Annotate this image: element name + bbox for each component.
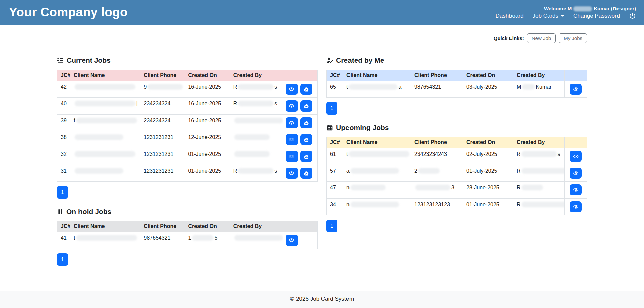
cell-text: 3 — [451, 185, 454, 190]
right-column: Created by Me JC# Client Name Client Pho… — [326, 43, 587, 232]
view-button[interactable] — [286, 151, 298, 162]
redacted-text — [351, 168, 399, 174]
view-button[interactable] — [570, 151, 582, 162]
cell-created_on: 01-July-2025 — [463, 165, 513, 182]
cell-text: s — [274, 84, 277, 90]
view-button[interactable] — [570, 84, 582, 95]
nav-change-password[interactable]: Change Password — [573, 13, 620, 19]
cell-client_name: a — [343, 165, 411, 182]
eye-icon — [573, 170, 579, 176]
eye-icon — [289, 86, 294, 92]
drive-button[interactable] — [300, 151, 312, 162]
cell-jc: 41 — [57, 232, 70, 249]
cell-created_on: 01-June-2025 — [184, 165, 230, 182]
view-button[interactable] — [286, 134, 298, 145]
cell-text: 28-June-2025 — [466, 185, 499, 190]
redacted-text — [75, 101, 135, 106]
col-actions — [283, 221, 317, 232]
cell-jc: 31 — [57, 165, 70, 182]
welcome-suffix: Kumar (Designer) — [594, 6, 636, 11]
view-button[interactable] — [286, 117, 298, 128]
cell-text: 40 — [61, 101, 67, 106]
cell-actions — [283, 81, 317, 98]
cell-client_name — [70, 81, 140, 98]
view-button[interactable] — [570, 201, 582, 212]
current-jobs-pagination-1[interactable]: 1 — [57, 186, 68, 199]
drive-button[interactable] — [300, 100, 312, 112]
navbar: Your Company logo Welcome MKumar (Design… — [0, 0, 644, 25]
current-jobs-table: JC# Client Name Client Phone Created On … — [57, 70, 318, 182]
created-by-me-pagination-1[interactable]: 1 — [326, 102, 337, 115]
view-button[interactable] — [286, 84, 298, 95]
drive-button[interactable] — [300, 134, 312, 145]
table-row: 61t2342323424302-July-2025Rs — [327, 148, 587, 165]
redacted-text — [76, 235, 137, 241]
table-row: 34n12312312312301-June-2025R — [327, 199, 587, 215]
view-button[interactable] — [286, 235, 298, 246]
col-created-on: Created On — [184, 221, 230, 232]
drive-icon — [304, 171, 309, 176]
cell-jc: 65 — [327, 81, 343, 98]
cell-text: 34 — [330, 202, 336, 207]
cell-text: 38 — [61, 134, 67, 140]
cell-created_by — [230, 131, 283, 148]
cell-text: 41 — [61, 235, 67, 241]
nav-job-cards-dropdown[interactable]: Job Cards — [533, 13, 564, 19]
cell-client_name — [70, 165, 140, 182]
cell-actions — [283, 148, 317, 165]
cell-text: 31 — [61, 168, 67, 174]
cell-text: 1231231231 — [144, 151, 173, 157]
cell-client_phone: 1231231231 — [140, 148, 184, 165]
view-button[interactable] — [286, 100, 298, 112]
redacted-text — [238, 84, 273, 90]
cell-actions — [283, 98, 317, 115]
logout-power-icon[interactable] — [629, 12, 636, 19]
cell-jc: 42 — [57, 81, 70, 98]
onhold-jobs-pagination-1[interactable]: 1 — [57, 253, 68, 266]
nav-dashboard[interactable]: Dashboard — [495, 13, 523, 19]
redacted-text — [415, 185, 450, 190]
new-job-button[interactable]: New Job — [527, 33, 556, 43]
section-title: Current Jobs — [67, 56, 111, 64]
view-button[interactable] — [570, 184, 582, 195]
cell-text: 5 — [214, 235, 217, 241]
col-client-name: Client Name — [70, 70, 140, 81]
drive-icon — [304, 120, 309, 126]
drive-button[interactable] — [300, 168, 312, 179]
redacted-text — [148, 84, 183, 90]
upcoming-jobs-pagination-1[interactable]: 1 — [326, 220, 337, 232]
drive-button[interactable] — [300, 84, 312, 95]
view-button[interactable] — [570, 168, 582, 179]
cell-text: 234234324 — [144, 118, 170, 123]
cell-created_on: 28-June-2025 — [463, 182, 513, 199]
eye-icon — [573, 153, 579, 159]
cell-client_name: n — [343, 182, 411, 199]
welcome-text: Welcome MKumar (Designer) — [544, 6, 636, 11]
cell-client_name: ta — [343, 81, 411, 98]
eye-icon — [289, 237, 294, 243]
eye-icon — [289, 170, 294, 176]
navbar-right: Welcome MKumar (Designer) Dashboard Job … — [495, 5, 636, 19]
cell-client_name: t — [70, 232, 140, 249]
drive-icon — [304, 137, 309, 142]
drive-button[interactable] — [300, 117, 312, 128]
chevron-down-icon — [561, 15, 564, 17]
redacted-text — [522, 84, 535, 90]
cell-text: t — [74, 235, 75, 241]
cell-actions — [283, 115, 317, 131]
my-jobs-button[interactable]: My Jobs — [559, 33, 587, 43]
eye-icon — [289, 137, 294, 142]
table-row: 57a201-July-2025R — [327, 165, 587, 182]
cell-actions — [565, 148, 587, 165]
cell-text: 16-June-2025 — [188, 84, 221, 90]
table-row: 32123123123101-June-2025 — [57, 148, 318, 165]
cell-text: 16-June-2025 — [188, 118, 221, 123]
cell-created_by: Rs — [230, 98, 283, 115]
redacted-text — [234, 134, 270, 140]
redacted-text — [351, 185, 386, 190]
cell-text: 987654321 — [144, 235, 170, 241]
redacted-text — [522, 168, 565, 174]
section-title: Created by Me — [336, 56, 384, 64]
view-button[interactable] — [286, 168, 298, 179]
redacted-text — [238, 101, 273, 106]
